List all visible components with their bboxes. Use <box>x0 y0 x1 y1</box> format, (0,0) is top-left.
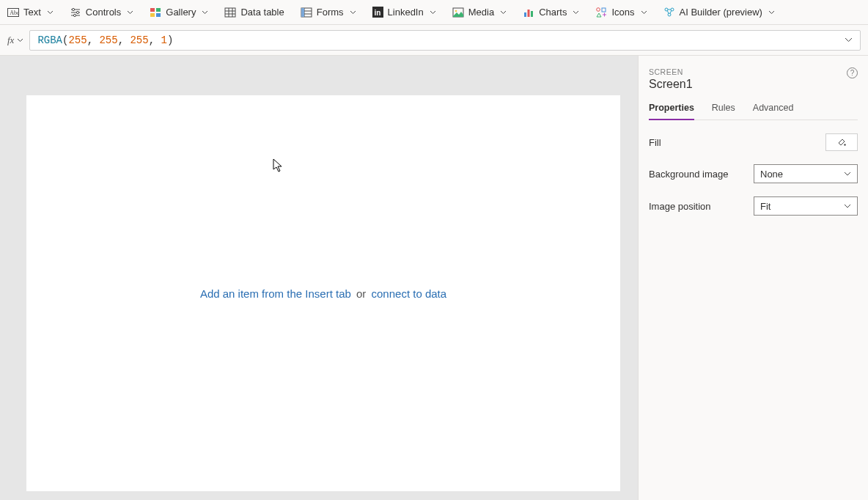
prop-imgpos-label: Image position <box>649 201 754 212</box>
panel-section-label: SCREEN <box>649 67 693 76</box>
svg-line-34 <box>667 10 669 13</box>
placeholder-or: or <box>356 287 366 300</box>
charts-icon <box>523 7 534 18</box>
ribbon-label: LinkedIn <box>388 7 424 18</box>
ribbon-aibuilder[interactable]: AI Builder (preview) <box>663 7 775 18</box>
formula-fn: RGBA <box>37 34 62 46</box>
svg-point-5 <box>76 11 78 13</box>
panel-tabs: Properties Rules Advanced <box>649 103 858 120</box>
chevron-down-icon <box>641 10 647 15</box>
properties-panel: SCREEN Screen1 ? Properties Rules Advanc… <box>638 56 868 500</box>
ribbon-label: Text <box>23 7 41 18</box>
ribbon-label: Icons <box>611 7 634 18</box>
svg-rect-27 <box>528 10 530 17</box>
svg-rect-30 <box>602 8 606 12</box>
prop-fill-label: Fill <box>649 137 825 148</box>
formula-input[interactable]: RGBA(255, 255, 255, 1) <box>29 30 861 51</box>
ribbon-forms[interactable]: Forms <box>301 7 356 18</box>
svg-point-3 <box>72 8 74 10</box>
design-canvas[interactable]: Add an item from the Insert tab or conne… <box>26 95 620 491</box>
prop-fill: Fill <box>649 133 858 151</box>
svg-rect-8 <box>150 8 155 12</box>
chevron-down-icon <box>47 10 54 15</box>
svg-rect-28 <box>531 11 533 17</box>
main: Add an item from the Insert tab or conne… <box>0 56 868 500</box>
chevron-down-icon <box>17 38 23 43</box>
gallery-icon <box>150 7 161 18</box>
ribbon-label: Gallery <box>166 7 196 18</box>
formula-bar: fx RGBA(255, 255, 255, 1) <box>0 25 868 56</box>
ribbon-label: AI Builder (preview) <box>680 7 762 18</box>
svg-point-7 <box>73 14 76 16</box>
ribbon-label: Data table <box>240 7 284 18</box>
fill-color-picker[interactable] <box>825 133 858 151</box>
ribbon-label: Forms <box>317 7 344 18</box>
imgpos-select[interactable]: Fit <box>754 196 858 216</box>
ribbon-label: Media <box>468 7 494 18</box>
canvas-zone: Add an item from the Insert tab or conne… <box>0 56 638 500</box>
tab-properties[interactable]: Properties <box>649 103 694 120</box>
fx-selector[interactable]: fx <box>7 34 23 46</box>
text-icon: Abc <box>7 7 19 18</box>
ribbon-text[interactable]: Abc Text <box>7 7 54 18</box>
bgimage-value: None <box>760 169 783 180</box>
canvas-placeholder: Add an item from the Insert tab or conne… <box>200 287 446 300</box>
forms-icon <box>301 7 312 18</box>
svg-rect-12 <box>225 8 235 17</box>
controls-icon <box>70 7 81 18</box>
media-icon <box>452 7 464 18</box>
prop-imgpos: Image position Fit <box>649 196 858 216</box>
svg-point-25 <box>455 10 457 12</box>
insert-link[interactable]: Add an item from the Insert tab <box>200 287 351 300</box>
bgimage-select[interactable]: None <box>754 164 858 183</box>
ribbon: Abc Text Controls Gallery Data table For… <box>0 0 868 25</box>
linkedin-icon: in <box>372 7 383 18</box>
chevron-down-icon <box>430 10 436 15</box>
panel-title: Screen1 <box>649 78 693 91</box>
chevron-down-icon <box>350 10 356 15</box>
paint-icon <box>836 137 847 147</box>
table-icon <box>224 7 236 18</box>
ribbon-media[interactable]: Media <box>452 7 507 18</box>
chevron-down-icon <box>127 10 133 15</box>
svg-text:in: in <box>374 9 380 17</box>
chevron-down-icon <box>768 10 775 15</box>
help-icon[interactable]: ? <box>847 67 858 78</box>
prop-bgimage: Background image None <box>649 164 858 183</box>
svg-point-29 <box>597 8 600 12</box>
ribbon-linkedin[interactable]: in LinkedIn <box>372 7 436 18</box>
svg-rect-9 <box>156 8 161 12</box>
chevron-down-icon <box>844 204 851 208</box>
prop-bgimage-label: Background image <box>649 169 754 180</box>
ribbon-icons[interactable]: Icons <box>595 7 647 18</box>
ribbon-label: Controls <box>86 7 121 18</box>
svg-rect-10 <box>150 13 155 17</box>
svg-point-37 <box>844 144 845 145</box>
svg-line-35 <box>670 10 672 13</box>
svg-rect-11 <box>156 13 161 17</box>
imgpos-value: Fit <box>760 201 770 212</box>
chevron-down-icon <box>844 172 851 176</box>
chevron-down-icon[interactable] <box>845 37 853 43</box>
svg-rect-26 <box>524 12 526 17</box>
chevron-down-icon <box>573 10 579 15</box>
ribbon-charts[interactable]: Charts <box>523 7 579 18</box>
connect-data-link[interactable]: connect to data <box>372 287 447 300</box>
tab-rules[interactable]: Rules <box>712 103 735 120</box>
ribbon-gallery[interactable]: Gallery <box>150 7 208 18</box>
chevron-down-icon <box>202 10 208 15</box>
icons-icon <box>595 7 607 18</box>
ribbon-controls[interactable]: Controls <box>70 7 133 18</box>
ribbon-datatable[interactable]: Data table <box>224 7 284 18</box>
chevron-down-icon <box>500 10 507 15</box>
ai-builder-icon <box>663 7 675 18</box>
svg-text:Abc: Abc <box>10 10 19 16</box>
svg-rect-21 <box>301 8 304 17</box>
tab-advanced[interactable]: Advanced <box>753 103 794 120</box>
ribbon-label: Charts <box>539 7 567 18</box>
